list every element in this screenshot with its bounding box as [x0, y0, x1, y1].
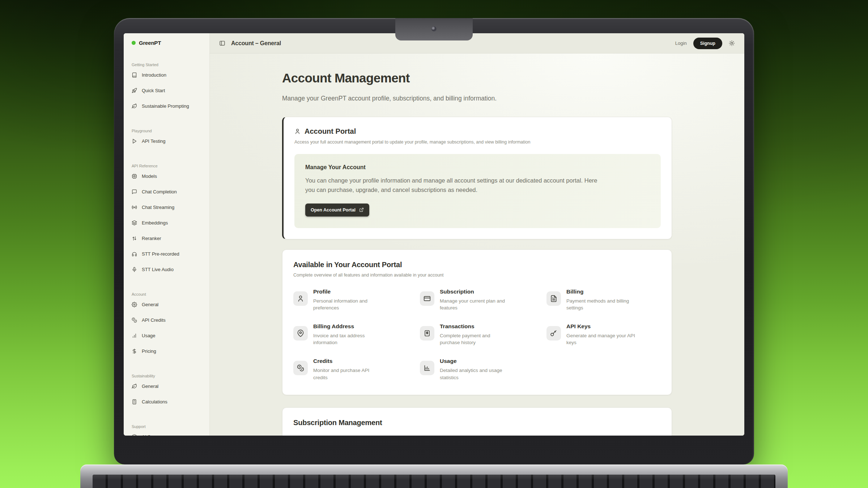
sidebar-item-reranker[interactable]: Reranker [132, 231, 206, 246]
sidebar-item-api-testing[interactable]: API Testing [132, 133, 206, 149]
sidebar-item-label: API Testing [142, 138, 166, 144]
headphones-icon [132, 251, 137, 257]
sidebar-section-label-api-reference: API Reference [132, 163, 206, 168]
coins-icon [293, 361, 308, 375]
feature-item-api-keys[interactable]: API Keys Generate and manage your API ke… [546, 323, 661, 346]
sidebar-item-api-credits[interactable]: API Credits [132, 312, 206, 328]
sidebar-item-pricing[interactable]: Pricing [132, 343, 206, 359]
sidebar-item-calculations[interactable]: Calculations [132, 394, 206, 410]
content-column: Account Management Manage your GreenPT a… [282, 53, 672, 436]
layers-icon [132, 220, 137, 226]
page-content: Account Management Manage your GreenPT a… [210, 53, 744, 436]
bar-chart-icon [132, 333, 137, 338]
page-title: Account Management [282, 71, 672, 85]
logo-text: GreenPT [139, 40, 161, 46]
coins-icon [132, 317, 137, 323]
broadcast-icon [132, 205, 137, 210]
feature-item-profile[interactable]: Profile Personal information and prefere… [293, 288, 408, 312]
sidebar-item-label: Pricing [142, 348, 156, 354]
feature-title: Profile [313, 288, 385, 295]
sidebar-section-label-sustainability: Sustainability [132, 373, 206, 378]
scene-background: GreenPT Getting Started Introduction Qui… [0, 0, 868, 488]
sidebar-item-label: Usage [142, 333, 156, 338]
sidebar-item-stt-pre-recorded[interactable]: STT Pre-recorded [132, 246, 206, 262]
sidebar-item-chat-streaming[interactable]: Chat Streaming [132, 200, 206, 215]
sidebar-item-label: Calculations [142, 399, 167, 404]
sidebar-item-label: Reranker [142, 236, 161, 241]
sidebar-item-usage[interactable]: Usage [132, 328, 206, 343]
calculator-icon [132, 399, 137, 404]
feature-title: Transactions [440, 323, 511, 330]
feature-description: Generate and manage your API keys [566, 332, 638, 346]
laptop-frame: GreenPT Getting Started Introduction Qui… [114, 18, 754, 465]
sidebar-item-quick-start[interactable]: Quick Start [132, 83, 206, 98]
feature-title: Usage [440, 358, 511, 364]
sidebar-item-ai-scan[interactable]: AI Scan [132, 429, 206, 436]
feature-title: Billing Address [313, 323, 385, 330]
sidebar-item-general[interactable]: General [132, 297, 206, 312]
sidebar-item-label: AI Scan [142, 434, 158, 436]
feature-description: Detailed analytics and usage statistics [440, 367, 511, 381]
sidebar-item-embeddings[interactable]: Embeddings [132, 215, 206, 231]
credit-card-icon [420, 291, 434, 306]
key-icon [546, 326, 561, 341]
feature-text: Billing Payment methods and billing sett… [566, 288, 638, 312]
portal-card-title: Account Portal [305, 127, 356, 136]
greenpt-ring-logo-icon [132, 41, 136, 45]
feature-description: Payment methods and billing settings [566, 297, 638, 312]
feature-title: API Keys [566, 323, 638, 330]
main-area: Account – General Login Signup Account M… [210, 33, 744, 436]
sidebar-logo[interactable]: GreenPT [132, 38, 206, 48]
feature-item-usage[interactable]: Usage Detailed analytics and usage stati… [420, 358, 534, 381]
login-link[interactable]: Login [675, 40, 687, 46]
page-subtitle: Manage your GreenPT account profile, sub… [282, 95, 672, 102]
sidebar-item-models[interactable]: Models [132, 168, 206, 184]
sidebar-item-label: Sustainable Prompting [142, 103, 189, 109]
features-subtitle: Complete overview of all features and in… [293, 273, 661, 278]
manage-account-panel: Manage Your Account You can change your … [294, 154, 661, 228]
feature-title: Billing [566, 288, 638, 295]
feature-description: Manage your current plan and features [440, 297, 511, 312]
feature-text: Subscription Manage your current plan an… [440, 288, 511, 312]
feature-text: Usage Detailed analytics and usage stati… [440, 358, 511, 381]
laptop-keyboard [93, 475, 775, 488]
sidebar-item-introduction[interactable]: Introduction [132, 67, 206, 83]
sidebar-item-chat-completion[interactable]: Chat Completion [132, 184, 206, 200]
feature-text: Transactions Complete payment and purcha… [440, 323, 511, 346]
feature-item-credits[interactable]: Credits Monitor and purchase API credits [293, 358, 408, 381]
mic-icon [132, 267, 137, 272]
map-pin-icon [293, 326, 308, 341]
feature-item-billing-address[interactable]: Billing Address Invoice and tax address … [293, 323, 408, 346]
sidebar-item-stt-live-audio[interactable]: STT Live Audio [132, 262, 206, 277]
cpu-icon [132, 174, 137, 179]
sidebar-item-sustainable-prompting[interactable]: Sustainable Prompting [132, 98, 206, 114]
feature-text: Billing Address Invoice and tax address … [313, 323, 385, 346]
feature-text: Credits Monitor and purchase API credits [313, 358, 385, 381]
feature-item-subscription[interactable]: Subscription Manage your current plan an… [420, 288, 534, 312]
leaf-icon [132, 103, 137, 109]
book-icon [132, 72, 137, 78]
sidebar-nav: Getting Started Introduction Quick Start… [132, 62, 206, 436]
sidebar-item-label: Chat Completion [142, 189, 177, 194]
portal-card-description: Access your full account management port… [294, 140, 661, 145]
feature-item-billing[interactable]: Billing Payment methods and billing sett… [546, 288, 661, 312]
receipt-icon [420, 326, 434, 341]
signup-button[interactable]: Signup [693, 38, 722, 49]
message-square-icon [132, 189, 137, 194]
play-icon [132, 138, 137, 144]
feature-text: Profile Personal information and prefere… [313, 288, 385, 312]
theme-toggle-sun-icon[interactable] [729, 40, 735, 46]
sidebar-toggle-icon[interactable] [219, 40, 225, 46]
sidebar: GreenPT Getting Started Introduction Qui… [124, 33, 210, 436]
rocket-icon [132, 88, 137, 93]
sidebar-item-general[interactable]: General [132, 378, 206, 394]
file-text-icon [546, 291, 561, 306]
feature-text: API Keys Generate and manage your API ke… [566, 323, 638, 346]
feature-item-transactions[interactable]: Transactions Complete payment and purcha… [420, 323, 534, 346]
open-account-portal-label: Open Account Portal [311, 207, 356, 213]
subscription-card: Subscription Management [282, 407, 672, 436]
top-header: Account – General Login Signup [210, 33, 744, 53]
user-icon [294, 128, 301, 134]
account-portal-card: Account Portal Access your full account … [282, 117, 672, 239]
open-account-portal-button[interactable]: Open Account Portal [305, 204, 369, 217]
